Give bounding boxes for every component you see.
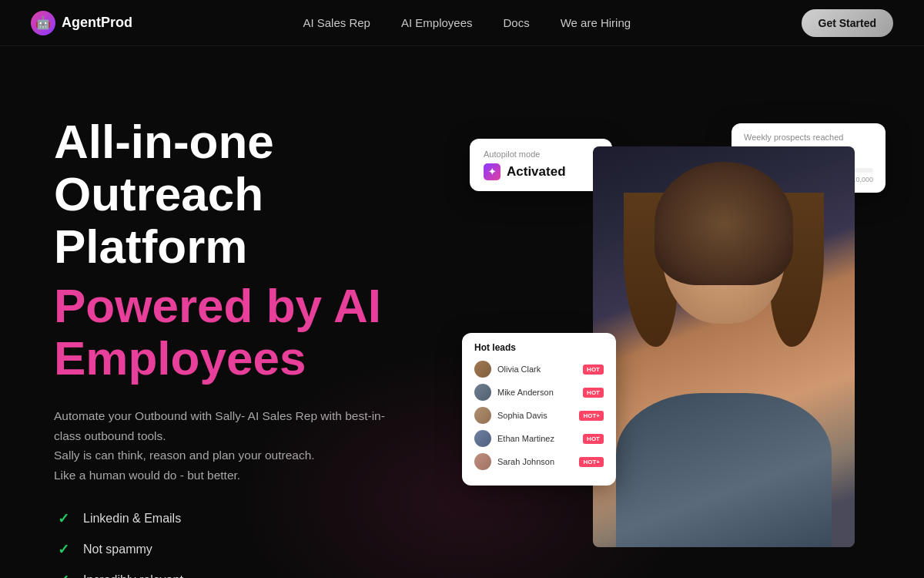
lead-row-4: Ethan Martinez HOT: [474, 430, 604, 447]
nav-ai-employees[interactable]: AI Employees: [401, 16, 473, 29]
checklist-item-1: ✓ Linkedin & Emails: [54, 509, 454, 528]
lead-row-2: Mike Anderson HOT: [474, 384, 604, 401]
ai-woman-illustration: [593, 146, 855, 547]
hero-title-line1: All-in-one Outreach Platform: [54, 116, 454, 274]
lead-row-1: Olivia Clark HOT: [474, 361, 604, 378]
nav-ai-sales-rep[interactable]: AI Sales Rep: [303, 16, 370, 29]
lead-avatar-3: [474, 407, 491, 424]
lead-avatar-2: [474, 384, 491, 401]
hero-section: All-in-one Outreach Platform Powered by …: [0, 46, 924, 578]
logo[interactable]: 🤖 AgentProd: [31, 11, 132, 35]
lead-badge-5: HOT+: [579, 457, 604, 467]
checklist-item-2: ✓ Not spammy: [54, 540, 454, 559]
nav-links: AI Sales Rep AI Employees Docs We are Hi…: [303, 16, 631, 30]
hot-leads-card: Hot leads Olivia Clark HOT Mike Anderson…: [462, 333, 616, 486]
autopilot-icon: ✦: [484, 163, 500, 180]
lead-name-3: Sophia Davis: [497, 411, 573, 420]
lead-badge-2: HOT: [583, 388, 604, 398]
lead-avatar-4: [474, 430, 491, 447]
hero-right: Autopilot mode ✦ Activated Weekly prospe…: [454, 108, 878, 547]
lead-row-5: Sarah Johnson HOT+: [474, 453, 604, 470]
lead-row-3: Sophia Davis HOT+: [474, 407, 604, 424]
lead-avatar-1: [474, 361, 491, 378]
hero-left: All-in-one Outreach Platform Powered by …: [54, 108, 454, 578]
check-icon-2: ✓: [54, 540, 72, 559]
check-icon-3: ✓: [54, 571, 72, 578]
lead-name-4: Ethan Martinez: [497, 434, 577, 443]
woman-hair-top: [654, 162, 793, 285]
hero-checklist: ✓ Linkedin & Emails ✓ Not spammy ✓ Incre…: [54, 509, 454, 578]
lead-badge-3: HOT+: [579, 411, 604, 421]
navbar: 🤖 AgentProd AI Sales Rep AI Employees Do…: [0, 0, 924, 46]
lead-name-5: Sarah Johnson: [497, 457, 573, 466]
lead-badge-4: HOT: [583, 434, 604, 444]
lead-avatar-5: [474, 453, 491, 470]
logo-icon: 🤖: [31, 11, 55, 35]
autopilot-card: Autopilot mode ✦ Activated: [470, 139, 612, 191]
hero-description: Automate your Outbound with Sally- AI Sa…: [54, 406, 408, 485]
autopilot-label: Autopilot mode: [484, 150, 598, 159]
leads-title: Hot leads: [474, 342, 604, 353]
woman-blazer: [616, 393, 832, 547]
hero-subtitle: Powered by AI Employees: [54, 280, 454, 385]
logo-text: AgentProd: [62, 15, 132, 31]
check-icon-1: ✓: [54, 509, 72, 528]
nav-hiring[interactable]: We are Hiring: [561, 16, 631, 29]
autopilot-status: ✦ Activated: [484, 163, 598, 180]
lead-badge-1: HOT: [583, 365, 604, 375]
lead-name-1: Olivia Clark: [497, 365, 577, 374]
nav-docs[interactable]: Docs: [504, 16, 530, 29]
lead-name-2: Mike Anderson: [497, 388, 577, 397]
navbar-get-started-button[interactable]: Get Started: [802, 9, 893, 37]
checklist-item-3: ✓ Incredibly relevant: [54, 571, 454, 578]
weekly-label: Weekly prospects reached: [744, 133, 873, 142]
